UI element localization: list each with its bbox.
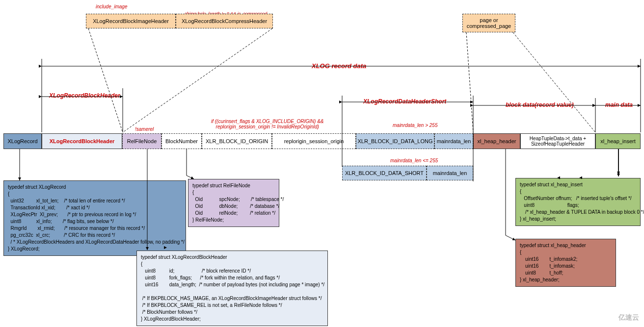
heap-header-struct: typedef struct xl_heap_header { uint16 t… — [515, 239, 616, 287]
svg-line-31 — [506, 235, 515, 240]
xlogrecord-struct: typedef struct XLogRecord { uint32 xl_to… — [3, 180, 186, 256]
samerel-label: !samerel — [135, 126, 154, 132]
mainrdata-le-label: mainrdata_len <= 255 — [390, 158, 438, 163]
svg-line-20 — [187, 176, 194, 179]
xl-heap-insert-box: xl_heap_insert — [595, 133, 641, 149]
block-data-label: block data(record value) — [506, 101, 574, 108]
heap-insert-struct: typedef struct xl_heap_insert { OffsetNu… — [515, 178, 641, 226]
data-header-short-label: XLogRecordDataHeaderShort — [363, 98, 446, 105]
svg-line-25 — [535, 172, 618, 178]
main-data-label: main data — [605, 101, 633, 108]
block-header-label: XLogRecordBlockHeader — [49, 92, 120, 99]
relfilenode-box: RelFileNode — [122, 133, 161, 149]
watermark: 亿速云 — [618, 313, 639, 322]
include-image-label: include_image — [96, 4, 128, 9]
origin-cond-label: if ((curinsert_flags & XLOG_INCLUDE_ORIG… — [211, 119, 324, 129]
svg-line-13 — [466, 32, 473, 132]
svg-line-12 — [123, 28, 272, 132]
replorigin-box: replorigin_session_origin — [272, 133, 356, 149]
xlr-short-box: XLR_BLOCK_ID_DATA_SHORT — [342, 166, 427, 180]
svg-line-14 — [513, 32, 595, 132]
xlogrecord-box: XLogRecord — [3, 133, 42, 149]
blockheader-struct: typedef struct XLogRecordBlockHeader { u… — [136, 251, 328, 326]
xlr-long-box: XLR_BLOCK_ID_DATA_LONG — [356, 133, 434, 149]
svg-line-22 — [557, 174, 618, 178]
block-header-box: XLogRecordBlockHeader — [42, 133, 122, 149]
blocknumber-box: BlockNumber — [161, 133, 202, 149]
svg-line-23 — [579, 174, 618, 178]
relfilenode-struct: typedef struct RelFileNode { Oid spcNode… — [188, 179, 279, 227]
heaptuple-box: HeapTupleData->t_data + SizeofHeapTupleH… — [520, 133, 595, 149]
mainrdata-len2-box: mainrdata_len — [427, 166, 473, 180]
mainrdata-gt-label: mainrdata_len > 255 — [393, 123, 437, 128]
svg-line-11 — [88, 28, 123, 132]
xl-heap-header-box: xl_heap_header — [473, 133, 520, 149]
mainrdata-len-box: mainrdata_len — [434, 133, 473, 149]
page-or-box: page or compressed_page — [462, 14, 515, 32]
xlog-record-data-label: XLOG record data — [312, 62, 366, 70]
xlr-origin-box: XLR_BLOCK_ID_ORIGIN — [202, 133, 272, 149]
img-header-box: XLogRecordBlockImageHeader — [86, 14, 176, 28]
compress-header-box: XLogRecordBlockCompressHeader — [176, 14, 273, 28]
